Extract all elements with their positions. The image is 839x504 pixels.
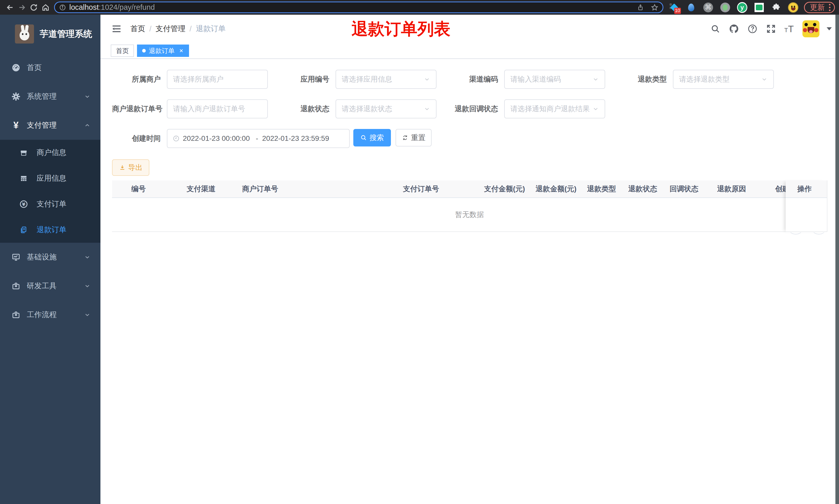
monitor-icon [11, 253, 21, 262]
create-time-range-picker[interactable]: 2022-01-23 00:00:00 - 2022-01-23 23:59:5… [167, 129, 350, 148]
sidebar-menu: 首页 系统管理 ¥ 支付管理 [0, 53, 101, 329]
page-scrollbar[interactable] [835, 15, 839, 504]
sidebar-item-label: 应用信息 [37, 173, 67, 183]
extension-diamond-icon[interactable]: 10 [669, 2, 679, 13]
yen-icon: ¥ [11, 120, 21, 131]
extension-emoji-icon[interactable] [788, 2, 798, 13]
field-label: 应用编号 [281, 74, 336, 84]
sidebar-collapse-icon[interactable] [111, 24, 122, 33]
extensions-bar: 10 ⌘ y [669, 2, 798, 13]
sidebar-item-infra[interactable]: 基础设施 [0, 243, 101, 272]
tab-home[interactable]: 首页 [111, 44, 134, 57]
sidebar-item-payment[interactable]: ¥ 支付管理 [0, 111, 101, 140]
sidebar-item-refund-order[interactable]: 退款订单 [0, 217, 101, 243]
chevron-down-icon [84, 283, 91, 289]
app-select[interactable]: 请选择应用信息 [336, 70, 436, 89]
chevron-down-icon [84, 93, 91, 100]
tab-refund-order[interactable]: 退款订单 [137, 44, 189, 57]
column-header: 商户订单号 [237, 180, 398, 197]
sidebar-item-label: 退款订单 [37, 225, 67, 235]
chevron-down-icon [592, 76, 599, 83]
column-header: 回调状态 [664, 180, 712, 197]
filter-row-1: 所属商户 请选择所属商户 应用编号 请选择应用信息 渠道编码 [112, 70, 827, 89]
search-button[interactable]: 搜索 [353, 129, 391, 146]
extension-y-icon[interactable]: y [737, 2, 747, 13]
empty-placeholder: 暂无数据 [112, 198, 827, 232]
reload-icon[interactable] [28, 2, 40, 13]
bookmark-star-icon[interactable] [651, 4, 659, 11]
avatar[interactable] [802, 20, 819, 37]
breadcrumb-separator: / [149, 25, 151, 33]
breadcrumb-payment[interactable]: 支付管理 [156, 24, 185, 34]
extensions-puzzle-icon[interactable] [771, 2, 781, 13]
sidebar: 芋道管理系统 首页 系统管理 [0, 15, 101, 504]
merchant-refund-no-input[interactable]: 请输入商户退款订单号 [167, 100, 268, 119]
field-refund-type: 退款类型 请选择退款类型 [618, 70, 787, 89]
extension-balloon-icon[interactable] [686, 2, 696, 13]
sidebar-item-merchant-info[interactable]: 商户信息 [0, 140, 101, 165]
column-header: 退款原因 [712, 180, 770, 197]
chevron-down-icon [424, 106, 430, 112]
browser-menu-icon[interactable] [828, 3, 832, 12]
svg-text:T: T [788, 24, 794, 34]
breadcrumb-separator: / [190, 25, 192, 33]
sidebar-item-app-info[interactable]: 应用信息 [0, 165, 101, 191]
back-icon[interactable] [4, 2, 16, 13]
url-bar[interactable]: localhost:1024/pay/refund [54, 2, 663, 13]
github-icon[interactable] [728, 23, 739, 35]
merchant-select[interactable]: 请选择所属商户 [167, 70, 268, 89]
search-button-label: 搜索 [370, 133, 384, 143]
forward-icon[interactable] [16, 2, 28, 13]
refund-status-select[interactable]: 请选择退款状态 [336, 100, 436, 119]
field-merchant-refund-no: 商户退款订单号 请输入商户退款订单号 [112, 100, 281, 119]
sidebar-item-label: 首页 [27, 62, 42, 73]
screen: localhost:1024/pay/refund 10 ⌘ y [0, 0, 839, 504]
reset-button[interactable]: 重置 [395, 129, 432, 146]
main-area: 首页 / 支付管理 / 退款订单 退款订单列表 [101, 15, 839, 504]
sidebar-item-label: 基础设施 [27, 252, 57, 262]
help-icon[interactable] [747, 23, 758, 35]
filter-row-3: 创建时间 2022-01-23 00:00:00 - 2022-01-23 23… [112, 129, 827, 148]
extension-chat-icon[interactable] [754, 2, 764, 13]
browser-update-button[interactable]: 更新 [804, 2, 835, 13]
font-size-icon[interactable]: TT [784, 23, 795, 35]
sidebar-item-label: 支付订单 [37, 199, 67, 209]
extension-recorder-icon[interactable] [720, 2, 730, 13]
placeholder: 请输入商户退款订单号 [173, 104, 262, 114]
column-header: 支付订单号 [398, 180, 479, 197]
chevron-down-icon [761, 76, 768, 83]
share-icon[interactable] [637, 4, 644, 11]
placeholder: 请选择退款状态 [342, 104, 422, 114]
sidebar-item-pay-order[interactable]: ¥ 支付订单 [0, 191, 101, 217]
field-app: 应用编号 请选择应用信息 [281, 70, 449, 89]
extension-command-icon[interactable]: ⌘ [703, 2, 713, 13]
close-icon[interactable] [179, 48, 184, 53]
url-path: :1024/pay/refund [99, 3, 155, 12]
sidebar-item-system[interactable]: 系统管理 [0, 82, 101, 111]
fullscreen-icon[interactable] [765, 23, 777, 35]
sidebar-item-label: 商户信息 [37, 147, 67, 158]
document-icon [19, 226, 29, 234]
sidebar-item-workflow[interactable]: 工作流程 [0, 300, 101, 329]
channel-select[interactable]: 请输入渠道编码 [504, 70, 605, 89]
search-icon[interactable] [710, 23, 721, 35]
sidebar-item-devtools[interactable]: 研发工具 [0, 272, 101, 300]
field-label: 商户退款订单号 [112, 104, 167, 114]
sidebar-item-home[interactable]: 首页 [0, 53, 101, 82]
export-button[interactable]: 导出 [112, 159, 149, 176]
date-separator: - [252, 134, 262, 143]
update-label: 更新 [810, 2, 825, 13]
site-info-icon[interactable] [59, 4, 66, 11]
home-icon[interactable] [40, 2, 52, 13]
navbar-actions: TT [710, 20, 832, 37]
table-toolbar: 导出 [112, 159, 827, 176]
avatar-caret-icon[interactable] [827, 27, 832, 33]
field-callback-status: 退款回调状态 请选择通知商户退款结果 [449, 100, 618, 119]
field-refund-status: 退款状态 请选择退款状态 [281, 100, 449, 119]
tab-label: 退款订单 [149, 47, 175, 55]
refund-type-select[interactable]: 请选择退款类型 [673, 70, 774, 89]
callback-status-select[interactable]: 请选择通知商户退款结果 [504, 100, 605, 119]
sidebar-logo[interactable]: 芋道管理系统 [0, 15, 101, 53]
breadcrumb-home[interactable]: 首页 [130, 24, 145, 34]
clock-icon [173, 135, 180, 142]
